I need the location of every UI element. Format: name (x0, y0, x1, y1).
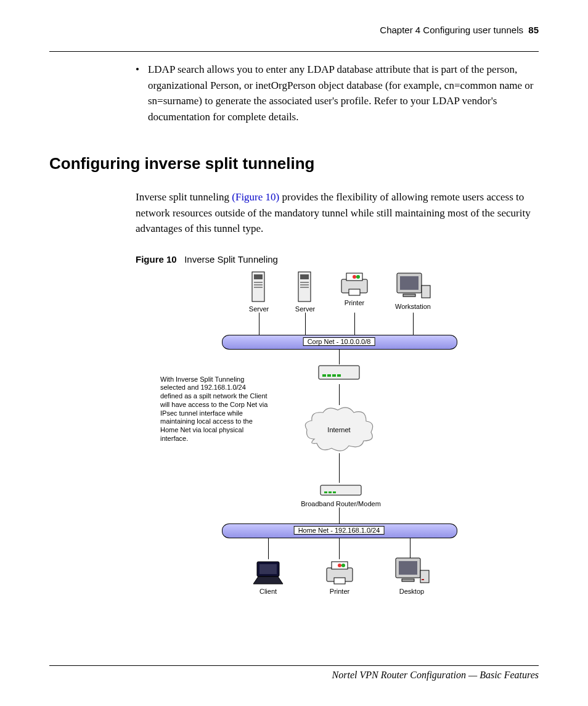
wire (259, 313, 259, 335)
figure-caption: Figure 10 Inverse Split Tunneling (136, 254, 539, 265)
wire (339, 350, 340, 364)
svg-rect-1 (254, 274, 263, 279)
tower-icon (250, 271, 268, 304)
client-icon: Client (245, 559, 291, 595)
figure-10-diagram: Server Server Printer (136, 271, 530, 653)
printer-icon (338, 271, 371, 298)
svg-point-35 (341, 564, 345, 567)
monitor-icon (393, 271, 433, 302)
section-heading: Configuring inverse split tunneling (49, 154, 539, 173)
figure-title: Inverse Split Tunneling (184, 254, 278, 265)
svg-rect-4 (254, 287, 263, 288)
svg-rect-9 (300, 287, 309, 288)
laptop-icon (250, 559, 287, 586)
printer-bottom-icon: Printer (318, 559, 361, 595)
printer-icon (323, 559, 356, 586)
svg-rect-25 (324, 491, 327, 493)
modem-icon (319, 483, 362, 499)
page-header: Chapter 4 Configuring user tunnels 85 (49, 25, 539, 35)
svg-rect-7 (300, 282, 309, 283)
svg-marker-30 (253, 577, 283, 584)
ldap-bullet-text: LDAP search allows you to enter any LDAP… (148, 62, 539, 125)
svg-rect-39 (420, 570, 429, 583)
wire (339, 538, 340, 559)
svg-rect-37 (399, 561, 417, 575)
svg-point-13 (353, 275, 356, 279)
svg-rect-12 (349, 289, 360, 295)
figure-10-link[interactable]: (Figure 10) (232, 191, 279, 203)
figure-annotation: With Inverse Split Tunneling selected an… (160, 376, 268, 443)
wire (339, 384, 340, 405)
wire (268, 538, 269, 559)
server-2-icon: Server (290, 271, 321, 313)
printer-top-label: Printer (333, 299, 376, 306)
svg-rect-27 (333, 491, 336, 493)
server-1-icon: Server (243, 271, 274, 313)
svg-rect-6 (300, 274, 309, 279)
wire (413, 313, 414, 335)
vpn-router-icon (317, 363, 361, 384)
svg-rect-3 (254, 284, 263, 285)
desktop-icon: Desktop (387, 556, 436, 595)
bullet-dot-icon: • (136, 62, 139, 78)
client-label: Client (245, 588, 291, 595)
svg-rect-38 (402, 579, 414, 581)
header-rule (49, 51, 539, 52)
chapter-label: Chapter 4 Configuring user tunnels (380, 25, 523, 35)
internet-cloud: Internet (302, 405, 376, 454)
wire (354, 313, 355, 335)
workstation-icon: Workstation (388, 271, 438, 310)
tower-icon (296, 271, 314, 304)
wire (305, 313, 306, 335)
svg-rect-18 (422, 285, 430, 298)
svg-rect-40 (422, 579, 424, 580)
svg-rect-20 (322, 374, 326, 377)
printer-bottom-label: Printer (318, 588, 361, 595)
footer-text: Nortel VPN Router Configuration — Basic … (49, 670, 539, 681)
svg-point-34 (338, 564, 341, 567)
wire (339, 507, 340, 523)
monitor-icon (392, 556, 431, 586)
ldap-bullet: • LDAP search allows you to enter any LD… (136, 62, 539, 125)
svg-rect-24 (321, 485, 361, 495)
svg-rect-8 (300, 284, 309, 285)
figure-label: Figure 10 (136, 254, 177, 265)
svg-point-14 (356, 275, 360, 279)
svg-rect-29 (259, 564, 277, 574)
svg-rect-2 (254, 282, 263, 283)
svg-rect-19 (319, 366, 359, 379)
svg-rect-17 (403, 294, 415, 297)
svg-rect-21 (327, 374, 331, 377)
internet-label: Internet (302, 426, 376, 433)
server-2-label: Server (290, 305, 321, 313)
page-number: 85 (528, 25, 539, 35)
corp-net-label: Corp Net - 10.0.0.0/8 (303, 337, 375, 346)
workstation-label: Workstation (388, 303, 438, 310)
svg-rect-33 (334, 578, 345, 584)
printer-top-icon: Printer (333, 271, 376, 306)
svg-rect-16 (400, 276, 419, 290)
svg-rect-23 (337, 374, 341, 377)
svg-rect-22 (332, 374, 336, 377)
home-net-label: Home Net - 192.168.1.0/24 (294, 526, 385, 535)
svg-rect-26 (329, 491, 332, 493)
broadband-label: Broadband Router/Modem (295, 500, 387, 507)
server-1-label: Server (243, 305, 274, 313)
intro-pre: Inverse split tunneling (136, 191, 232, 203)
router-icon (317, 363, 361, 384)
desktop-label: Desktop (387, 588, 436, 595)
intro-paragraph: Inverse split tunneling (Figure 10) prov… (136, 189, 539, 237)
footer-rule (49, 665, 539, 666)
wire (339, 453, 340, 483)
broadband-router-icon: Broadband Router/Modem (295, 483, 387, 507)
